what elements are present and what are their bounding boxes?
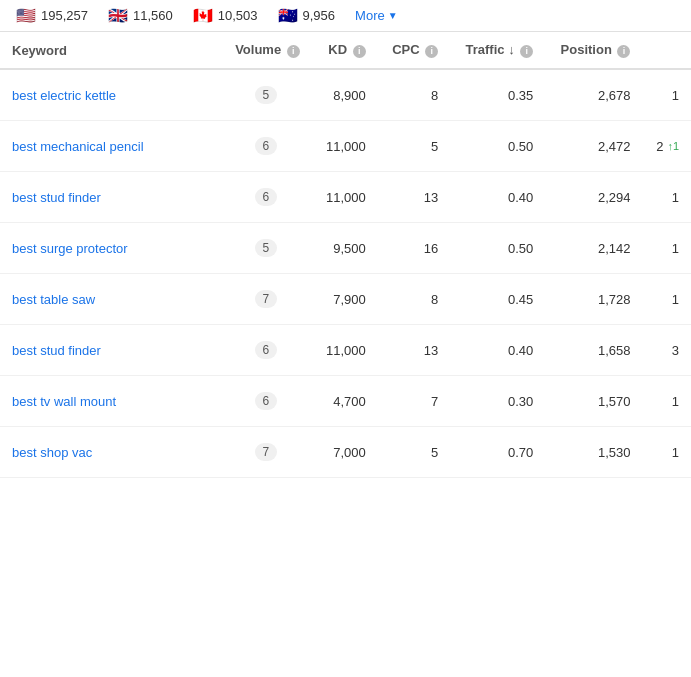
- keyword-cell[interactable]: best tv wall mount: [0, 376, 220, 427]
- table-row: best surge protector59,500160.502,1421: [0, 223, 691, 274]
- keywords-table-wrap: Keyword Volume i KD i CPC i Traffic ↓ i …: [0, 32, 691, 478]
- badge-cell: 7: [220, 274, 312, 325]
- header-row: Keyword Volume i KD i CPC i Traffic ↓ i …: [0, 32, 691, 69]
- gb-value: 11,560: [133, 8, 173, 23]
- top-bar: 🇺🇸 195,257 🇬🇧 11,560 🇨🇦 10,503 🇦🇺 9,956 …: [0, 0, 691, 32]
- more-label: More: [355, 8, 385, 23]
- traffic-cell: 1,658: [545, 325, 642, 376]
- badge-cell: 5: [220, 69, 312, 121]
- keywords-table: Keyword Volume i KD i CPC i Traffic ↓ i …: [0, 32, 691, 478]
- position-cell: 1: [642, 69, 691, 121]
- table-row: best stud finder611,000130.401,6583: [0, 325, 691, 376]
- badge-cell: 6: [220, 325, 312, 376]
- table-row: best shop vac77,00050.701,5301: [0, 427, 691, 478]
- difficulty-badge: 5: [255, 86, 278, 104]
- keyword-cell[interactable]: best stud finder: [0, 325, 220, 376]
- cpc-cell: 0.70: [450, 427, 545, 478]
- traffic-cell: 2,294: [545, 172, 642, 223]
- col-keyword: Keyword: [0, 32, 220, 69]
- au-value: 9,956: [303, 8, 336, 23]
- keyword-cell[interactable]: best table saw: [0, 274, 220, 325]
- cpc-cell: 0.30: [450, 376, 545, 427]
- kd-cell: 16: [378, 223, 451, 274]
- table-row: best table saw77,90080.451,7281: [0, 274, 691, 325]
- volume-info-icon[interactable]: i: [287, 45, 300, 58]
- position-cell: 3: [642, 325, 691, 376]
- kd-cell: 8: [378, 69, 451, 121]
- position-cell: 1: [642, 376, 691, 427]
- cpc-cell: 0.35: [450, 69, 545, 121]
- col-traffic: Traffic ↓ i: [450, 32, 545, 69]
- position-cell: 1: [642, 172, 691, 223]
- col-position: Position i: [545, 32, 642, 69]
- kd-info-icon[interactable]: i: [353, 45, 366, 58]
- kd-cell: 13: [378, 325, 451, 376]
- badge-cell: 6: [220, 172, 312, 223]
- position-cell: 1: [642, 223, 691, 274]
- table-row: best stud finder611,000130.402,2941: [0, 172, 691, 223]
- cpc-cell: 0.40: [450, 325, 545, 376]
- traffic-cell: 1,530: [545, 427, 642, 478]
- keyword-cell[interactable]: best shop vac: [0, 427, 220, 478]
- keyword-cell[interactable]: best stud finder: [0, 172, 220, 223]
- traffic-cell: 2,678: [545, 69, 642, 121]
- traffic-cell: 2,142: [545, 223, 642, 274]
- cpc-cell: 0.40: [450, 172, 545, 223]
- position-cell: 1: [642, 427, 691, 478]
- traffic-cell: 2,472: [545, 121, 642, 172]
- keyword-cell[interactable]: best mechanical pencil: [0, 121, 220, 172]
- more-button[interactable]: More ▼: [355, 8, 398, 23]
- traffic-cell: 1,570: [545, 376, 642, 427]
- difficulty-badge: 5: [255, 239, 278, 257]
- flag-gb: 🇬🇧 11,560: [108, 6, 173, 25]
- difficulty-badge: 7: [255, 290, 278, 308]
- position-cell: 2↑1: [642, 121, 691, 172]
- volume-cell: 11,000: [312, 325, 378, 376]
- ca-value: 10,503: [218, 8, 258, 23]
- volume-cell: 9,500: [312, 223, 378, 274]
- kd-cell: 5: [378, 427, 451, 478]
- difficulty-badge: 6: [255, 392, 278, 410]
- cpc-cell: 0.50: [450, 121, 545, 172]
- volume-cell: 8,900: [312, 69, 378, 121]
- us-value: 195,257: [41, 8, 88, 23]
- kd-cell: 8: [378, 274, 451, 325]
- volume-cell: 7,900: [312, 274, 378, 325]
- flag-ca: 🇨🇦 10,503: [193, 6, 258, 25]
- difficulty-badge: 7: [255, 443, 278, 461]
- badge-cell: 6: [220, 376, 312, 427]
- cpc-cell: 0.45: [450, 274, 545, 325]
- us-flag-icon: 🇺🇸: [16, 6, 36, 25]
- badge-cell: 7: [220, 427, 312, 478]
- kd-cell: 7: [378, 376, 451, 427]
- kd-cell: 13: [378, 172, 451, 223]
- difficulty-badge: 6: [255, 188, 278, 206]
- flag-au: 🇦🇺 9,956: [278, 6, 336, 25]
- difficulty-badge: 6: [255, 137, 278, 155]
- table-row: best electric kettle58,90080.352,6781: [0, 69, 691, 121]
- flag-us: 🇺🇸 195,257: [16, 6, 88, 25]
- col-cpc: CPC i: [378, 32, 451, 69]
- col-kd: KD i: [312, 32, 378, 69]
- position-info-icon[interactable]: i: [617, 45, 630, 58]
- volume-cell: 7,000: [312, 427, 378, 478]
- col-volume: Volume i: [220, 32, 312, 69]
- table-header: Keyword Volume i KD i CPC i Traffic ↓ i …: [0, 32, 691, 69]
- badge-cell: 6: [220, 121, 312, 172]
- volume-cell: 11,000: [312, 172, 378, 223]
- volume-cell: 4,700: [312, 376, 378, 427]
- table-row: best mechanical pencil611,00050.502,4722…: [0, 121, 691, 172]
- position-value: 2: [656, 139, 663, 154]
- position-change: ↑1: [667, 140, 679, 152]
- volume-cell: 11,000: [312, 121, 378, 172]
- ca-flag-icon: 🇨🇦: [193, 6, 213, 25]
- table-row: best tv wall mount64,70070.301,5701: [0, 376, 691, 427]
- kd-cell: 5: [378, 121, 451, 172]
- keyword-cell[interactable]: best electric kettle: [0, 69, 220, 121]
- au-flag-icon: 🇦🇺: [278, 6, 298, 25]
- position-cell: 1: [642, 274, 691, 325]
- cpc-info-icon[interactable]: i: [425, 45, 438, 58]
- keyword-cell[interactable]: best surge protector: [0, 223, 220, 274]
- gb-flag-icon: 🇬🇧: [108, 6, 128, 25]
- traffic-info-icon[interactable]: i: [520, 45, 533, 58]
